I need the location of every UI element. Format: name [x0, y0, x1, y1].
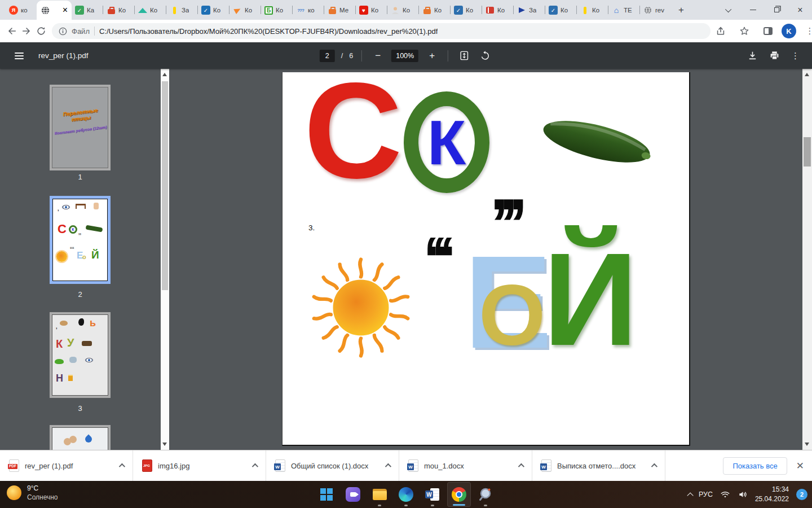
minimize-button[interactable]: [741, 0, 765, 20]
forward-icon[interactable]: [21, 23, 32, 39]
chevron-up-icon[interactable]: [119, 463, 125, 470]
pdf-menu-icon[interactable]: [15, 52, 24, 59]
rebus-item-number: 3.: [308, 224, 315, 232]
print-icon[interactable]: [769, 50, 780, 61]
zoom-out-icon[interactable]: −: [370, 49, 385, 63]
taskbar-app-chrome-active[interactable]: [447, 482, 471, 507]
check-icon: ✓: [201, 6, 210, 15]
url-text[interactable]: C:/Users/Пользователь/Dropbox/Мой%20ПК%2…: [99, 27, 438, 36]
taskbar-app-meet[interactable]: [341, 482, 365, 507]
tab-7[interactable]: ✓Ко: [198, 1, 229, 20]
tab-19[interactable]: Ко: [577, 1, 608, 20]
tab-17[interactable]: За: [514, 1, 545, 20]
tab-16[interactable]: Ко: [482, 1, 513, 20]
notification-badge[interactable]: 2: [796, 489, 807, 500]
tab-20[interactable]: ⌂ТЕ: [608, 1, 639, 20]
tab-5[interactable]: Ко: [135, 1, 166, 20]
show-all-downloads-button[interactable]: Показать все: [723, 457, 787, 475]
omnibox[interactable]: Файл C:/Users/Пользователь/Dropbox/Мой%2…: [52, 23, 710, 39]
restore-button[interactable]: [765, 0, 788, 20]
volume-icon[interactable]: [738, 489, 748, 500]
start-button[interactable]: [315, 482, 338, 507]
toolbar-divider: [361, 50, 362, 62]
scroll-down-arrow-icon[interactable]: [805, 443, 809, 446]
close-button[interactable]: ×: [788, 0, 812, 20]
thumbnail-page-4[interactable]: [50, 425, 111, 450]
tab-label: Ко: [497, 7, 505, 14]
back-icon[interactable]: [7, 23, 17, 39]
url-scheme-label: Файл: [72, 27, 90, 36]
thumbnail-page-1[interactable]: Перелетные птицы Комплект ребусов (12шт): [50, 85, 111, 170]
new-tab-button[interactable]: +: [673, 2, 689, 18]
bookmark-star-icon[interactable]: [736, 23, 752, 39]
download-item-docx-1[interactable]: W Общий список (1).docx: [266, 450, 399, 481]
chevron-up-icon[interactable]: [651, 463, 657, 470]
taskbar-app-edge[interactable]: [394, 482, 418, 507]
download-item-docx-3[interactable]: W Выписка отмето....docx: [532, 450, 665, 481]
mini-cucumber-image: [86, 225, 103, 232]
taskbar-app-explorer[interactable]: [368, 482, 391, 507]
download-icon[interactable]: [747, 50, 758, 61]
tab-3[interactable]: ✓Ка: [72, 1, 103, 20]
tab-active-pdf[interactable]: ×: [37, 1, 72, 20]
scrollbar-thumb[interactable]: [804, 137, 811, 167]
wifi-icon[interactable]: [720, 490, 730, 499]
video-camera-icon: [346, 487, 360, 502]
tab-18[interactable]: ✓Ко: [545, 1, 576, 20]
sidebar-scrollbar[interactable]: [161, 69, 169, 450]
download-item-docx-2[interactable]: W mou_1.docx: [399, 450, 532, 481]
thumbnail-page-2-selected[interactable]: , С К ,, ,,, Е о Й: [50, 196, 111, 284]
downloads-bar: PDF rev_per (1).pdf JPG img16.jpg W Общи…: [0, 450, 812, 481]
thumbnail-page-3[interactable]: , ь К У Н: [50, 312, 111, 398]
fit-page-icon[interactable]: [457, 49, 471, 63]
clock-widget[interactable]: 15:34 25.04.2022: [755, 485, 789, 504]
tab-label: ко: [308, 7, 315, 14]
tab-6[interactable]: За: [166, 1, 197, 20]
tab-yandex[interactable]: Я ко: [6, 1, 37, 20]
browser-menu-icon[interactable]: ⋮: [802, 23, 812, 39]
mini-letter-k-ring: К: [69, 225, 77, 234]
tab-9[interactable]: БКо: [261, 1, 292, 20]
tray-chevron-up-icon[interactable]: [687, 492, 693, 498]
download-item-pdf[interactable]: PDF rev_per (1).pdf: [0, 450, 133, 481]
main-scrollbar[interactable]: [802, 69, 812, 450]
chevron-up-icon[interactable]: [252, 463, 258, 470]
side-panel-icon[interactable]: [760, 23, 776, 39]
folder-icon: [373, 489, 387, 500]
tab-10[interactable]: ???ко: [293, 1, 324, 20]
tab-12[interactable]: ♥Ко: [356, 1, 387, 20]
chevron-up-icon[interactable]: [518, 463, 524, 470]
language-indicator[interactable]: РУС: [699, 491, 713, 498]
tab-8[interactable]: Ко: [230, 1, 261, 20]
downloads-close-icon[interactable]: ✕: [796, 460, 804, 472]
share-icon[interactable]: [713, 23, 729, 39]
scroll-down-arrow-icon[interactable]: [162, 443, 167, 446]
page-number-input[interactable]: 2: [320, 50, 335, 62]
tab-4[interactable]: Ко: [103, 1, 134, 20]
slide-title: Перелетные птицы: [54, 106, 108, 124]
info-icon[interactable]: [59, 27, 67, 36]
zoom-in-icon[interactable]: +: [425, 49, 439, 63]
tab-21[interactable]: rev: [640, 1, 671, 20]
tab-close-icon[interactable]: ×: [63, 6, 68, 15]
reload-icon[interactable]: [36, 23, 46, 39]
rebus-green-ring: К: [404, 91, 489, 193]
zoom-level[interactable]: 100%: [391, 50, 418, 62]
scroll-up-arrow-icon[interactable]: [805, 73, 809, 76]
tab-15[interactable]: ✓Ко: [451, 1, 482, 20]
taskbar-app-magnifier[interactable]: [474, 482, 497, 507]
scroll-up-arrow-icon[interactable]: [162, 73, 167, 76]
scrollbar-thumb[interactable]: [162, 81, 168, 290]
tab-search-chevron-icon[interactable]: [717, 0, 741, 20]
tab-13[interactable]: Ко: [387, 1, 418, 20]
pdf-toolbar: rev_per (1).pdf 2 / 6 − 100% + ⋮: [0, 42, 812, 69]
tab-14[interactable]: Ко: [419, 1, 450, 20]
taskbar-app-word[interactable]: W: [421, 482, 444, 507]
weather-widget[interactable]: 9°C Солнечно: [7, 484, 58, 502]
pdf-more-icon[interactable]: ⋮: [791, 51, 800, 61]
download-item-jpg[interactable]: JPG img16.jpg: [133, 450, 266, 481]
chevron-up-icon[interactable]: [385, 463, 391, 470]
tab-11[interactable]: Ме: [324, 1, 355, 20]
avatar[interactable]: K: [782, 24, 796, 38]
rotate-icon[interactable]: [478, 49, 492, 63]
